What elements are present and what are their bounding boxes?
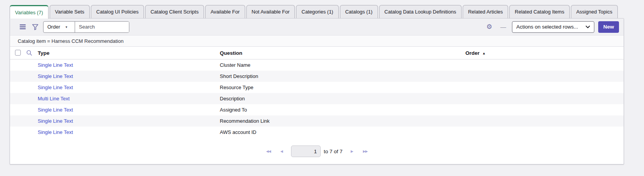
tab-categories[interactable]: Categories (1)	[296, 5, 338, 18]
column-header-order[interactable]: Order ▲	[465, 47, 486, 59]
breadcrumb-row: Catalog item = Harness CCM Recommendatio…	[10, 36, 624, 47]
row-question: Resource Type	[220, 82, 253, 93]
row-range-label: to 7 of 7	[324, 149, 343, 154]
breadcrumb[interactable]: Catalog item = Harness CCM Recommendatio…	[18, 38, 124, 44]
tab-catalog-data-lookup-definitions[interactable]: Catalog Data Lookup Definitions	[379, 5, 462, 18]
column-search-toggle[interactable]	[26, 50, 32, 56]
list-context-menu-button[interactable]	[18, 22, 28, 32]
previous-page-button[interactable]: ◀	[279, 148, 284, 155]
row-question: Assigned To	[220, 104, 247, 115]
last-page-button[interactable]: ▶▶	[361, 148, 369, 155]
column-header-question[interactable]: Question	[220, 47, 243, 59]
related-lists-page: Variables (7) Variable Sets Catalog UI P…	[0, 0, 644, 176]
tab-catalogs[interactable]: Catalogs (1)	[340, 5, 378, 18]
collapse-list-button[interactable]: —	[498, 22, 508, 32]
first-page-button[interactable]: ◀◀	[264, 148, 272, 155]
row-question: Description	[220, 93, 245, 104]
table-row: Single Line Text AWS account ID	[10, 127, 624, 138]
search-column-value: Order	[47, 24, 60, 30]
row-type-link[interactable]: Single Line Text	[38, 62, 73, 68]
funnel-icon	[32, 24, 38, 30]
search-column-select[interactable]: Order ▾	[43, 22, 75, 32]
minus-icon: —	[500, 24, 506, 30]
caret-down-icon: ▾	[65, 25, 67, 29]
table-row: Multi Line Text Description	[10, 93, 624, 104]
list-settings-button[interactable]: ⚙	[484, 22, 494, 32]
row-type-link[interactable]: Single Line Text	[38, 118, 73, 124]
tab-not-available-for[interactable]: Not Available For	[246, 5, 295, 18]
row-type-link[interactable]: Multi Line Text	[38, 96, 70, 102]
list-header-row: Type Question Order ▲	[10, 47, 624, 59]
list-pagination: ◀◀ ◀ to 7 of 7 ▶ ▶▶	[10, 138, 624, 165]
tab-assigned-topics[interactable]: Assigned Topics	[571, 5, 618, 18]
table-row: Single Line Text Cluster Name	[10, 59, 624, 71]
row-type-link[interactable]: Single Line Text	[38, 85, 73, 90]
sort-ascending-icon: ▲	[482, 51, 486, 55]
column-header-type[interactable]: Type	[38, 47, 50, 59]
hamburger-menu-icon	[20, 24, 26, 30]
filter-button[interactable]	[30, 22, 40, 32]
row-type-link[interactable]: Single Line Text	[38, 107, 73, 113]
table-row: Single Line Text Assigned To	[10, 104, 624, 115]
tab-available-for[interactable]: Available For	[205, 5, 245, 18]
current-page-input[interactable]	[291, 146, 321, 157]
tab-variable-sets[interactable]: Variable Sets	[50, 5, 90, 18]
tab-catalog-ui-policies[interactable]: Catalog UI Policies	[91, 5, 144, 18]
row-type-link[interactable]: Single Line Text	[38, 73, 73, 79]
new-button[interactable]: New	[598, 21, 619, 33]
search-input[interactable]	[75, 22, 129, 32]
related-list-tab-bar: Variables (7) Variable Sets Catalog UI P…	[10, 5, 619, 18]
gear-icon: ⚙	[487, 24, 492, 30]
tab-related-articles[interactable]: Related Articles	[463, 5, 508, 18]
toolbar-right-group: ⚙ — Actions on selected rows... New	[484, 21, 619, 33]
tab-related-catalog-items[interactable]: Related Catalog Items	[509, 5, 570, 18]
chevron-down-icon	[585, 25, 590, 29]
row-question: AWS account ID	[220, 127, 256, 138]
actions-on-selected-rows-select[interactable]: Actions on selected rows...	[512, 21, 594, 33]
select-all-checkbox[interactable]	[15, 50, 21, 56]
variables-list-panel: Order ▾ ⚙ — Actions on selected rows...	[10, 18, 624, 164]
row-question: Short Description	[220, 71, 258, 82]
table-row: Single Line Text Short Description	[10, 71, 624, 82]
row-type-link[interactable]: Single Line Text	[38, 129, 73, 135]
table-row: Single Line Text Recommendation Link	[10, 115, 624, 127]
search-icon	[26, 50, 32, 56]
table-row: Single Line Text Resource Type	[10, 82, 624, 93]
actions-select-value: Actions on selected rows...	[516, 24, 578, 30]
next-page-button[interactable]: ▶	[349, 148, 355, 155]
tab-catalog-client-scripts[interactable]: Catalog Client Scripts	[145, 5, 204, 18]
tab-variables[interactable]: Variables (7)	[10, 5, 49, 19]
list-search-combo: Order ▾	[43, 21, 129, 33]
row-question: Recommendation Link	[220, 115, 269, 127]
list-body: Single Line Text Cluster Name Single Lin…	[10, 59, 624, 138]
list-toolbar: Order ▾ ⚙ — Actions on selected rows...	[10, 19, 624, 36]
row-question: Cluster Name	[220, 59, 250, 71]
